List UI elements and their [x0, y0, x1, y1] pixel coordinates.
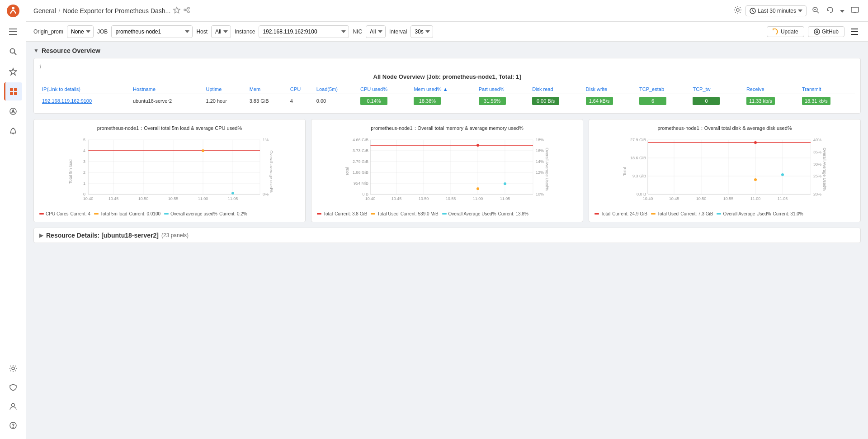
cell-cpu-used: 0.14% [360, 97, 387, 105]
dashboard-settings-icon[interactable] [734, 6, 742, 15]
col-tcp-estab[interactable]: TCP_estab [637, 85, 690, 94]
interval-select[interactable]: 30s [410, 25, 433, 38]
legend-avg-cpu-current: Current: 0.2% [219, 211, 247, 216]
legend-disk-used-current: Current: 7.3 GiB [680, 211, 713, 216]
col-disk-read[interactable]: Disk read [529, 85, 583, 94]
y-label-0: 0 [83, 192, 85, 196]
svg-marker-7 [9, 68, 17, 75]
disk-y-1: 27.9 GiB [630, 138, 646, 142]
col-load5m[interactable]: Load(5m) [314, 85, 358, 94]
legend-cpu-cores-color [39, 213, 44, 215]
sidebar-toggle[interactable] [4, 23, 22, 41]
col-disk-write[interactable]: Disk write [583, 85, 637, 94]
mem-y-6: 0 B [362, 192, 368, 196]
x-label-1055: 10:55 [168, 196, 179, 201]
svg-text:10:40: 10:40 [643, 196, 653, 201]
col-cpu-used[interactable]: CPU used% [358, 85, 411, 94]
sidebar-item-dashboards[interactable] [4, 82, 22, 100]
svg-rect-3 [9, 31, 17, 32]
svg-text:10:50: 10:50 [419, 196, 429, 201]
sidebar-item-alerting[interactable] [4, 122, 22, 140]
col-ip[interactable]: IP(Link to details) [39, 85, 130, 94]
sidebar-item-profile[interactable] [4, 397, 22, 415]
disk-y-2: 18.6 GiB [630, 156, 646, 160]
col-uptime[interactable]: Uptime [203, 85, 246, 94]
col-mem-used[interactable]: Mem used% ▲ [411, 85, 476, 94]
refresh-icon[interactable] [825, 5, 835, 17]
legend-avg-cpu: Overall average used% Current: 0.2% [164, 211, 247, 216]
mem-yr-1: 18% [536, 138, 544, 142]
nic-select[interactable]: All [366, 25, 386, 38]
y-label-5: 5 [83, 138, 85, 142]
svg-text:10:40: 10:40 [365, 196, 376, 201]
cell-ip[interactable]: 192.168.119.162:9100 [42, 98, 92, 104]
section-collapse-icon: ▼ [33, 48, 39, 54]
zoom-out-icon[interactable] [810, 5, 821, 17]
sidebar-item-settings[interactable] [4, 359, 22, 377]
breadcrumb-dashboard[interactable]: Node Exporter for Prometheus Dash... [63, 7, 170, 14]
disk-chart-card: prometheus-node1：Overall total disk & av… [589, 119, 861, 222]
sidebar-item-explore[interactable] [4, 102, 22, 120]
svg-text:11:05: 11:05 [500, 196, 510, 201]
menu-button[interactable] [848, 25, 861, 38]
col-receive[interactable]: Receive [744, 85, 799, 94]
legend-mem-total-color [317, 213, 321, 215]
table-row: 192.168.119.162:9100 ubuntu18-server2 1.… [39, 94, 855, 108]
time-range-button[interactable]: Last 30 minutes [745, 5, 807, 16]
github-button[interactable]: GitHub [808, 26, 844, 37]
col-cpu[interactable]: CPU [288, 85, 314, 94]
sidebar-item-shield[interactable] [4, 378, 22, 396]
svg-text:Total: Total [345, 167, 349, 176]
legend-disk-avg-label: Overall Average Used% [723, 211, 771, 216]
cell-disk-read: 0.00 B/s [532, 97, 559, 105]
instance-select[interactable]: 192.168.119.162:9100 [259, 25, 349, 38]
col-transmit[interactable]: Transmit [799, 85, 855, 94]
sidebar-item-starred[interactable] [4, 62, 22, 81]
sidebar-item-help[interactable] [4, 416, 22, 434]
y-label-4: 4 [83, 148, 85, 153]
mem-y-2: 3.73 GiB [353, 148, 368, 153]
host-select[interactable]: All [211, 25, 231, 38]
breadcrumb-general[interactable]: General [33, 7, 56, 14]
legend-avg-cpu-label: Overall average used% [170, 211, 217, 216]
col-hostname[interactable]: Hostname [130, 85, 203, 94]
col-mem[interactable]: Mem [247, 85, 288, 94]
disk-total-dot [754, 141, 757, 144]
svg-point-22 [184, 9, 186, 11]
mem-used-dot [476, 187, 479, 190]
breadcrumb-sep: / [59, 8, 60, 14]
svg-text:11:00: 11:00 [473, 196, 483, 201]
cell-load5m: 0.00 [314, 94, 358, 108]
update-button[interactable]: Update [767, 26, 804, 37]
col-part-used[interactable]: Part used% [476, 85, 529, 94]
section-title-overview: Resource Overview [42, 47, 100, 54]
origin-prom-select[interactable]: None [67, 25, 94, 38]
job-label: JOB [97, 29, 108, 35]
col-tcp-tw[interactable]: TCP_tw [690, 85, 743, 94]
disk-used-dot [754, 178, 757, 181]
resource-details-header[interactable]: ▶ Resource Details: [ubuntu18-server2] (… [33, 228, 861, 243]
legend-load-color [94, 213, 99, 215]
resource-overview-header[interactable]: ▼ Resource Overview [33, 47, 861, 54]
sidebar-item-search[interactable] [4, 43, 22, 61]
legend-mem-avg-label: Overall Average Used% [448, 211, 496, 216]
job-select[interactable]: prometheus-node1 [111, 25, 193, 38]
svg-marker-13 [12, 110, 14, 113]
mem-chart-svg: 4.66 GiB 3.73 GiB 2.79 GiB 1.86 GiB 954 … [317, 135, 577, 208]
cell-mem-used: 18.38% [414, 97, 441, 105]
star-dashboard-icon[interactable] [173, 6, 180, 15]
cell-uptime: 1.20 hour [203, 94, 246, 108]
svg-rect-4 [9, 34, 17, 35]
legend-disk-used-color [651, 213, 656, 215]
mem-chart-area: 4.66 GiB 3.73 GiB 2.79 GiB 1.86 GiB 954 … [317, 135, 577, 208]
legend-cpu-cores-current: Current: 4 [71, 211, 90, 216]
github-btn-label: GitHub [822, 29, 839, 35]
legend-disk-total-color [594, 213, 599, 215]
refresh-dropdown-icon[interactable] [839, 7, 845, 15]
share-icon[interactable] [183, 6, 190, 15]
tv-mode-icon[interactable] [849, 5, 861, 16]
host-label: Host [196, 29, 208, 35]
header: General / Node Exporter for Prometheus D… [26, 0, 868, 22]
instance-label: Instance [235, 29, 255, 35]
app-logo[interactable] [6, 4, 20, 18]
